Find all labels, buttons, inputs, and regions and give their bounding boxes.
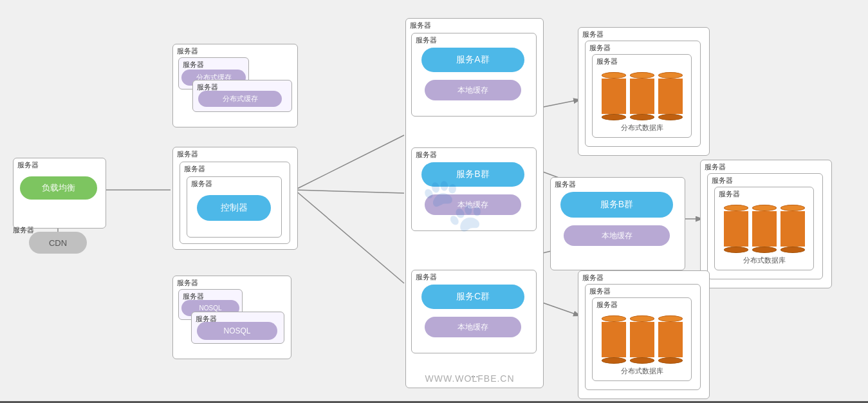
load-balancer-component: 负载均衡 xyxy=(20,176,97,200)
local-cache-a: 本地缓存 xyxy=(425,80,521,100)
server-db-a-outer1: 服务器 xyxy=(592,54,692,138)
db-cylinders-a xyxy=(602,72,683,120)
server-service-a-outer: 服务器 服务A群 本地缓存 xyxy=(411,33,537,117)
cdn-component: CDN xyxy=(29,232,87,254)
db-cylinders-c xyxy=(602,315,683,364)
db-cylinder-a1 xyxy=(602,72,626,120)
service-c-component: 服务C群 xyxy=(421,285,524,309)
server-db-b-outer3: 服务器 服务器 服务器 xyxy=(700,160,832,288)
local-cache-b: 本地缓存 xyxy=(425,194,521,215)
service-b-component: 服务B群 xyxy=(421,162,524,187)
nosql-component: NOSQL xyxy=(197,322,277,340)
server-nosql-outer: 服务器 服务器 NOSQL 服务器 NOSQL xyxy=(172,276,291,359)
db-cylinder-a2 xyxy=(630,72,654,120)
db-cylinder-c1 xyxy=(602,315,626,364)
db-cylinder-a3 xyxy=(658,72,683,120)
db-cylinder-b3 xyxy=(780,205,805,253)
service-a-component: 服务A群 xyxy=(421,48,524,72)
server-db-b-outer1: 服务器 xyxy=(714,187,814,270)
server-controller-outer1: 服务器 服务器 控制器 xyxy=(180,162,290,244)
server-cache-outer1: 服务器 服务器 分布式缓存 服务器 分布式缓存 xyxy=(172,44,298,127)
svg-line-4 xyxy=(295,190,404,283)
svg-line-3 xyxy=(295,190,404,193)
db-c-label: 分布式数据库 xyxy=(621,366,663,376)
db-a-label: 分布式数据库 xyxy=(621,123,663,133)
db-cylinder-b2 xyxy=(752,205,777,253)
distributed-cache-2: 分布式缓存 xyxy=(198,91,282,107)
watermark-url: WWW.WOLFBE.CN xyxy=(425,373,515,384)
server-db-c-outer2: 服务器 服务器 xyxy=(585,284,701,390)
server-nosql-inner2: 服务器 NOSQL xyxy=(191,312,284,344)
db-cylinder-c3 xyxy=(658,315,683,364)
server-db-b-outer2: 服务器 服务器 xyxy=(707,173,823,279)
diagram-container: 服务器 负载均衡 CDN 服务器 服务器 服务器 分布式缓存 服务器 分布式缓存 xyxy=(0,0,868,403)
server-label-lb: 服务器 xyxy=(17,160,39,170)
server-cache-inner2: 服务器 分布式缓存 xyxy=(192,80,292,112)
server-controller-inner: 服务器 控制器 xyxy=(187,176,282,238)
db-cylinders-b xyxy=(724,205,805,253)
server-service-c-outer: 服务器 服务C群 本地缓存 xyxy=(411,270,537,353)
server-db-a-outer2: 服务器 服务器 xyxy=(585,41,701,147)
server-db-a-outer3: 服务器 服务器 服务器 xyxy=(578,27,710,156)
db-cylinder-c2 xyxy=(630,315,654,364)
server-controller-outer2: 服务器 服务器 服务器 控制器 xyxy=(172,147,298,250)
server-db-c-outer3: 服务器 服务器 服务器 xyxy=(578,270,710,399)
service-b-box: 服务B群 xyxy=(560,192,673,218)
db-b-label: 分布式数据库 xyxy=(743,256,786,265)
local-cache-b-box: 本地缓存 xyxy=(564,225,670,246)
server-db-c-outer1: 服务器 xyxy=(592,297,692,381)
cdn-label-server: 服务器 xyxy=(13,225,34,235)
svg-line-2 xyxy=(295,135,404,190)
db-cylinder-b1 xyxy=(724,205,748,253)
server-service-b-outer: 服务器 服务B群 本地缓存 xyxy=(411,147,537,231)
local-cache-c: 本地缓存 xyxy=(425,317,521,337)
controller-component: 控制器 xyxy=(197,195,271,221)
server-service-b-separate: 服务器 服务B群 本地缓存 xyxy=(550,177,685,270)
server-load-balancer-outer: 服务器 负载均衡 xyxy=(13,158,106,229)
server-center-outer: 服务器 服务器 服务A群 本地缓存 服务器 服务B群 本地缓存 服务器 xyxy=(405,18,544,388)
server-label-cache1: 服务器 xyxy=(177,46,198,56)
